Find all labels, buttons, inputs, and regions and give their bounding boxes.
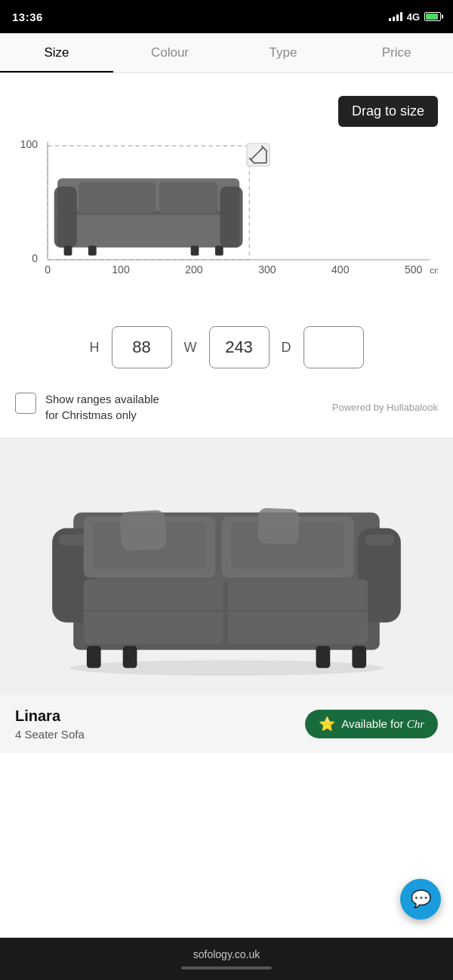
svg-rect-37 (228, 579, 368, 643)
home-indicator (181, 966, 272, 969)
size-visualizer-section: Drag to size 100 0 0 100 200 300 400 500… (0, 73, 453, 304)
svg-rect-44 (257, 507, 300, 544)
christmas-checkbox[interactable] (15, 393, 36, 414)
status-icons: 4G (389, 11, 441, 23)
tab-price[interactable]: Price (340, 33, 453, 72)
chart-container[interactable]: 100 0 0 100 200 300 400 500 cm (15, 134, 438, 296)
url-label: sofology.co.uk (193, 948, 260, 960)
depth-input[interactable] (304, 326, 364, 368)
height-label: H (90, 340, 100, 356)
size-chart-svg[interactable]: 100 0 0 100 200 300 400 500 cm (15, 134, 438, 296)
width-label: W (184, 340, 197, 356)
tab-colour[interactable]: Colour (113, 33, 226, 72)
depth-label: D (282, 340, 291, 356)
svg-text:cm: cm (430, 265, 438, 276)
svg-rect-24 (64, 246, 72, 256)
svg-text:200: 200 (185, 263, 203, 276)
status-time: 13:36 (12, 11, 43, 23)
network-label: 4G (407, 11, 420, 23)
svg-text:400: 400 (331, 263, 350, 276)
drag-tooltip: Drag to size (338, 96, 438, 127)
svg-rect-48 (352, 646, 366, 667)
status-bar: 13:36 4G (0, 0, 453, 33)
svg-rect-25 (88, 246, 97, 256)
bottom-bar: sofology.co.uk (0, 938, 453, 980)
product-name: Linara (15, 707, 85, 725)
svg-rect-18 (57, 211, 239, 247)
height-input[interactable] (112, 326, 172, 368)
nav-tabs: Size Colour Type Price (0, 33, 453, 73)
svg-rect-22 (79, 183, 156, 214)
checkbox-area: Show ranges availablefor Christmas only (15, 391, 159, 423)
product-image (0, 439, 453, 695)
svg-rect-35 (84, 579, 223, 643)
product-info: Linara 4 Seater Sofa ⭐ Available for Chr (0, 695, 453, 753)
signal-bars-icon (389, 12, 402, 21)
tab-type[interactable]: Type (226, 33, 340, 72)
svg-text:100: 100 (20, 138, 39, 150)
powered-by-label: Powered by Hullabalook (332, 402, 438, 413)
sofa-illustration (30, 458, 423, 677)
svg-text:0: 0 (45, 263, 51, 276)
svg-rect-34 (365, 535, 395, 546)
christmas-badge-text: Available for Chr (341, 717, 424, 731)
resize-handle (247, 143, 270, 166)
chat-button[interactable]: 💬 (400, 879, 441, 920)
svg-rect-20 (54, 186, 77, 248)
svg-rect-46 (123, 646, 137, 667)
svg-rect-27 (215, 246, 223, 256)
christmas-badge[interactable]: ⭐ Available for Chr (305, 710, 438, 738)
svg-rect-23 (159, 183, 218, 214)
svg-text:300: 300 (258, 263, 276, 276)
tab-size[interactable]: Size (0, 33, 113, 72)
svg-rect-45 (87, 646, 101, 667)
christmas-label: Show ranges availablefor Christmas only (45, 391, 159, 423)
svg-point-28 (69, 660, 384, 676)
svg-rect-26 (191, 246, 199, 256)
product-type: 4 Seater Sofa (15, 728, 85, 741)
svg-rect-43 (119, 510, 167, 551)
svg-text:500: 500 (405, 263, 423, 276)
product-details: Linara 4 Seater Sofa (15, 707, 85, 741)
svg-rect-21 (220, 186, 242, 248)
svg-rect-47 (316, 646, 331, 667)
svg-text:100: 100 (112, 263, 130, 276)
checkbox-row: Show ranges availablefor Christmas only … (0, 384, 453, 439)
battery-icon (424, 12, 441, 21)
product-section: Linara 4 Seater Sofa ⭐ Available for Chr (0, 439, 453, 753)
chat-icon: 💬 (411, 889, 431, 909)
width-input[interactable] (209, 326, 270, 368)
star-icon: ⭐ (319, 716, 335, 732)
dimension-inputs: H W D (0, 304, 453, 384)
svg-text:0: 0 (32, 252, 38, 264)
